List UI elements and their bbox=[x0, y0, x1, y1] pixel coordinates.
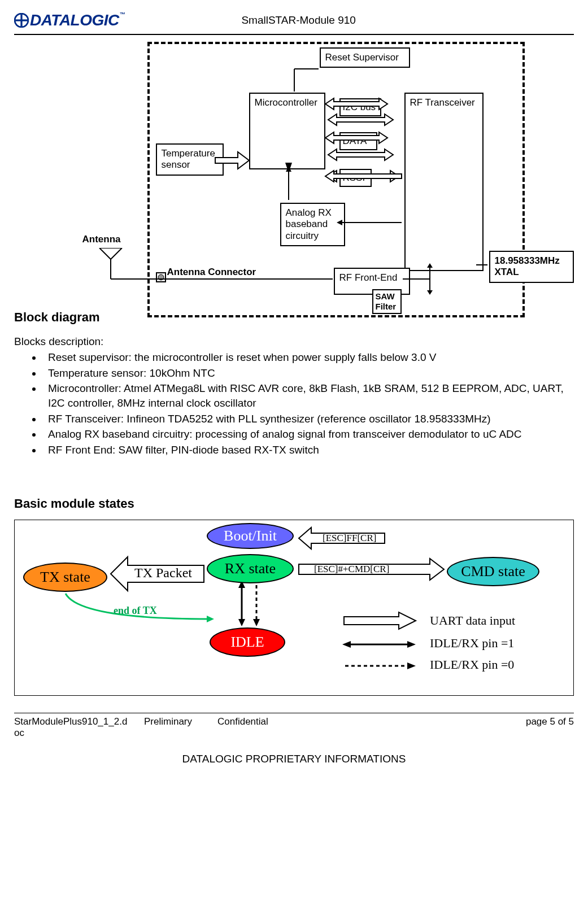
legend-pin1-label: IDLE/RX pin =1 bbox=[430, 636, 514, 651]
esc-cmd-label: [ESC]#+CMD[CR] bbox=[314, 564, 389, 575]
list-item: Microcontroller: Atmel ATMega8L with RIS… bbox=[42, 381, 574, 410]
cmd-state: CMD state bbox=[447, 557, 539, 586]
legend-uart-label: UART data input bbox=[430, 613, 515, 628]
diagram-arrows bbox=[46, 42, 543, 324]
document-title: SmallSTAR-Module 910 bbox=[125, 14, 574, 27]
block-diagram: Reset Supervisor Microcontroller I2C bus… bbox=[46, 42, 543, 324]
list-item: RF Front End: SAW filter, PIN-diode base… bbox=[42, 443, 574, 457]
idle-state: IDLE bbox=[210, 627, 285, 657]
legend-pin0-icon bbox=[342, 660, 421, 672]
states-heading: Basic module states bbox=[14, 496, 574, 511]
esc-ff-label: [ESC]FF[CR] bbox=[323, 533, 376, 544]
footer-proprietary: DATALOGIC PROPRIETARY INFORMATIONS bbox=[14, 753, 574, 765]
footer-page: page 5 of 5 bbox=[500, 716, 574, 727]
list-item: Temperature sensor: 10kOhm NTC bbox=[42, 366, 574, 381]
legend-pin0-label: IDLE/RX pin =0 bbox=[430, 657, 514, 672]
list-item: Reset supervisor: the microcontroller is… bbox=[42, 350, 574, 365]
svg-rect-2 bbox=[15, 19, 28, 21]
blocks-description-intro: Blocks description: bbox=[14, 335, 574, 348]
footer-status: Preliminary bbox=[144, 716, 217, 727]
state-diagram: Boot/Init TX state RX state CMD state ID… bbox=[14, 520, 574, 696]
page-footer: StarModulePlus910_1_2.d Preliminary Conf… bbox=[14, 713, 574, 765]
blocks-description-list: Reset supervisor: the microcontroller is… bbox=[42, 350, 574, 457]
logo-text: DATALOGIC bbox=[30, 11, 119, 29]
rx-idle-dotted-arrow-icon bbox=[251, 582, 262, 627]
rx-idle-solid-arrow-icon bbox=[236, 582, 247, 627]
company-logo: DATALOGIC ™ bbox=[14, 11, 125, 29]
legend-pin1-icon bbox=[342, 639, 421, 650]
legend-uart-icon bbox=[342, 611, 421, 633]
end-of-tx-label: end of TX bbox=[114, 605, 157, 617]
footer-doc: StarModulePlus910_1_2.d bbox=[14, 716, 144, 727]
tx-state: TX state bbox=[23, 563, 107, 592]
rx-state: RX state bbox=[207, 554, 294, 583]
logo-tm: ™ bbox=[120, 11, 125, 18]
footer-doc-suffix: oc bbox=[14, 727, 574, 739]
boot-init-state: Boot/Init bbox=[207, 523, 294, 549]
tx-packet-label: TX Packet bbox=[134, 565, 192, 581]
list-item: RF Transceiver: Infineon TDA5252 with PL… bbox=[42, 412, 574, 426]
footer-confidential: Confidential bbox=[217, 716, 500, 727]
page-header: DATALOGIC ™ SmallSTAR-Module 910 bbox=[14, 11, 574, 35]
datalogic-icon bbox=[14, 13, 29, 28]
list-item: Analog RX baseband circuitry: processing… bbox=[42, 427, 574, 442]
